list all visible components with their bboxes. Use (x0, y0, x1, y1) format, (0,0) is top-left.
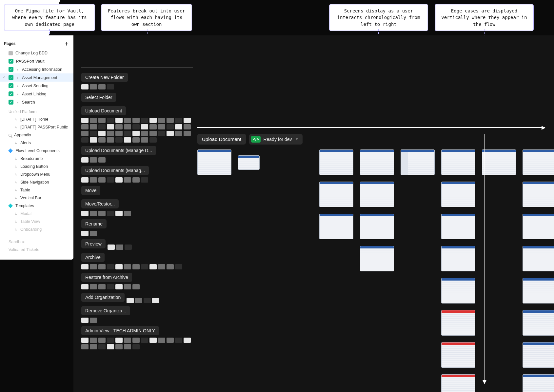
screen-thumb[interactable] (115, 131, 123, 136)
screen-thumb[interactable] (124, 131, 131, 136)
screen-frame[interactable] (360, 246, 394, 271)
screen-thumb[interactable] (98, 157, 106, 163)
screen-thumb[interactable] (135, 298, 142, 303)
screen-thumb[interactable] (81, 264, 89, 269)
screen-thumb[interactable] (98, 137, 106, 143)
screen-thumb[interactable] (107, 124, 114, 129)
screen-frame[interactable] (523, 342, 554, 368)
screen-thumb[interactable] (124, 284, 131, 289)
page-draft-passport-public[interactable]: ↳ [DRAFT] PASSPort Public (0, 123, 73, 131)
screen-thumb[interactable] (108, 245, 115, 250)
screen-thumb[interactable] (141, 131, 148, 136)
screen-thumb[interactable] (184, 118, 191, 123)
screen-thumb[interactable] (141, 264, 148, 269)
screen-thumb[interactable] (175, 118, 182, 123)
screen-thumb[interactable] (81, 157, 89, 163)
screen-thumb[interactable] (141, 124, 148, 129)
screen-thumb[interactable] (115, 284, 123, 289)
screen-frame[interactable] (523, 374, 554, 392)
screen-thumb[interactable] (167, 338, 174, 343)
screen-thumb[interactable] (132, 177, 140, 183)
page-modal[interactable]: ↳Modal (0, 210, 73, 218)
screen-thumb[interactable] (107, 211, 114, 216)
screen-thumb[interactable] (158, 124, 165, 129)
flow-section-label[interactable]: Upload Documents (Manag... (81, 166, 149, 175)
screen-thumb[interactable] (81, 84, 89, 89)
page-asset-linking[interactable]: ✓ ↳ Asset Linking (0, 90, 73, 98)
flow-title[interactable]: Upload Document (197, 134, 246, 145)
flow-section-label[interactable]: Move (81, 186, 100, 195)
screen-thumb[interactable] (175, 131, 182, 136)
screen-thumb[interactable] (149, 124, 157, 129)
screen-thumb[interactable] (107, 137, 114, 143)
screen-thumb[interactable] (124, 211, 131, 216)
screen-frame[interactable] (523, 278, 554, 304)
screen-thumb[interactable] (90, 344, 97, 349)
screen-thumb[interactable] (107, 284, 114, 289)
screen-frame[interactable] (319, 182, 353, 207)
flow-section-label[interactable]: Upload Document (81, 106, 126, 115)
screen-thumb[interactable] (144, 298, 151, 303)
screen-thumb[interactable] (90, 284, 97, 289)
page-side-navigation[interactable]: ↳Side Navigation (0, 178, 73, 186)
group-appendix[interactable]: Appendix (0, 131, 73, 139)
screen-frame[interactable] (523, 310, 554, 336)
page-breadcrumb[interactable]: ↳Breadcrumb (0, 155, 73, 163)
screen-thumb[interactable] (81, 177, 89, 183)
screen-frame[interactable] (523, 182, 554, 207)
screen-thumb[interactable] (116, 245, 123, 250)
screen-frame[interactable] (523, 149, 554, 175)
page-change-log[interactable]: Change Log BDD (0, 49, 73, 57)
screen-frame[interactable] (482, 149, 516, 175)
screen-thumb[interactable] (107, 84, 114, 89)
screen-thumb[interactable] (90, 318, 97, 323)
screen-thumb[interactable] (149, 338, 157, 343)
flow-section-label[interactable]: Preview (81, 239, 106, 248)
screen-thumb[interactable] (149, 131, 157, 136)
flow-section-label[interactable]: Create New Folder (81, 73, 128, 82)
screen-thumb[interactable] (81, 118, 89, 123)
screen-frame[interactable] (441, 246, 475, 271)
screen-frame[interactable] (441, 149, 475, 175)
screen-thumb[interactable] (98, 344, 106, 349)
screen-thumb[interactable] (107, 344, 114, 349)
screen-thumb[interactable] (141, 137, 148, 143)
screen-thumb[interactable] (152, 298, 159, 303)
screen-thumb[interactable] (158, 338, 165, 343)
screen-thumb[interactable] (124, 124, 131, 129)
screen-thumb[interactable] (90, 118, 97, 123)
screen-thumb[interactable] (90, 177, 97, 183)
screen-thumb[interactable] (124, 338, 131, 343)
screen-thumb[interactable] (184, 124, 191, 129)
add-page-button[interactable]: ＋ (64, 41, 69, 47)
page-asset-sending[interactable]: ✓ ↳ Asset Sending (0, 82, 73, 90)
screen-thumb[interactable] (90, 137, 97, 143)
page-accessing-info[interactable]: ✓ ↳ Accessing Information (0, 65, 73, 73)
screen-thumb[interactable] (132, 284, 140, 289)
screen-thumb[interactable] (125, 245, 132, 250)
flow-section-label[interactable]: Move/Restor... (81, 199, 119, 208)
screen-frame[interactable] (401, 149, 435, 175)
screen-thumb[interactable] (98, 264, 106, 269)
screen-thumb[interactable] (158, 264, 165, 269)
screen-frame[interactable] (360, 214, 394, 239)
screen-thumb[interactable] (175, 338, 182, 343)
status-chip[interactable]: </> Ready for dev ▾ (249, 134, 303, 145)
screen-thumb[interactable] (98, 211, 106, 216)
screen-thumb[interactable] (115, 118, 123, 123)
screen-thumb[interactable] (107, 131, 114, 136)
screen-thumb[interactable] (107, 118, 114, 123)
screen-thumb[interactable] (115, 344, 123, 349)
screen-thumb[interactable] (149, 118, 157, 123)
screen-thumb[interactable] (167, 264, 174, 269)
screen-thumb[interactable] (167, 131, 174, 136)
group-templates[interactable]: Templates (0, 202, 73, 210)
screen-thumb[interactable] (90, 157, 97, 163)
screen-thumb[interactable] (132, 137, 140, 143)
screen-frame[interactable] (319, 214, 353, 239)
screen-thumb[interactable] (81, 131, 89, 136)
screen-thumb[interactable] (90, 131, 97, 136)
screen-thumb[interactable] (141, 177, 148, 183)
screen-frame[interactable] (238, 155, 260, 170)
page-table[interactable]: ↳Table (0, 186, 73, 194)
